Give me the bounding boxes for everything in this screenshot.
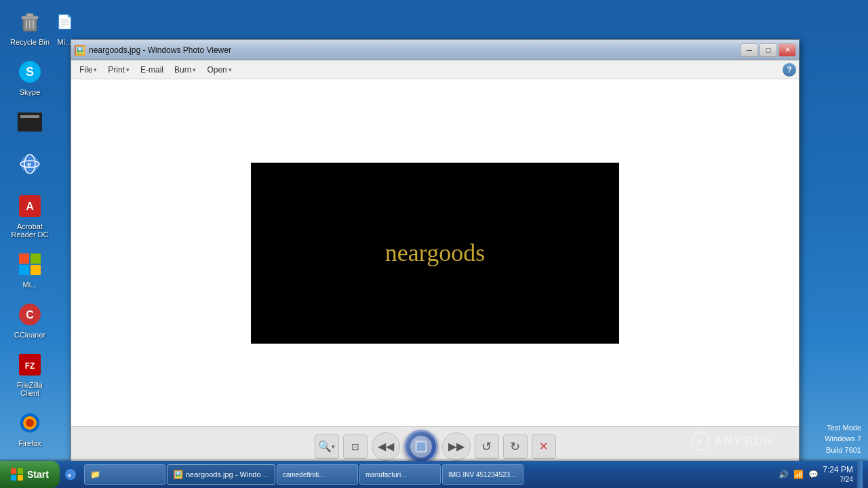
anyrun-text: ANY.RUN xyxy=(714,434,773,449)
desktop-icon-recycle-bin[interactable]: Recycle Bin xyxy=(5,5,54,49)
skype-label: Skype xyxy=(20,88,41,96)
svg-rect-2 xyxy=(26,14,33,17)
filezilla-icon: FZ xyxy=(16,351,43,378)
svg-text:C: C xyxy=(26,309,34,321)
rotate-left-button[interactable]: ↺ xyxy=(475,434,499,459)
controls-bar: 🔍 ▾ ⊡ ◀◀ xyxy=(71,426,799,466)
taskbar-item-explorer[interactable]: 📁 xyxy=(84,464,165,485)
desktop-icon-firefox[interactable]: Firefox xyxy=(5,407,54,450)
taskbar-items: 📁 🖼️ neargoods.jpg - Windows Photo... ca… xyxy=(81,461,772,488)
svg-rect-9 xyxy=(20,115,39,118)
firefox-icon xyxy=(16,409,43,436)
svg-rect-16 xyxy=(19,253,29,264)
camedefiniti-label: camedefiniti... xyxy=(283,471,325,479)
anyrun-logo: ▶ ANY.RUN xyxy=(691,432,773,451)
start-button[interactable]: Start xyxy=(0,461,60,488)
desktop-icons-left: Recycle Bin S Skype xyxy=(0,0,60,488)
taskbar-item-photo-viewer[interactable]: 🖼️ neargoods.jpg - Windows Photo... xyxy=(167,464,275,485)
desktop-icon-microsoft[interactable]: Mi... xyxy=(5,248,54,291)
minimize-button[interactable]: ─ xyxy=(741,43,758,57)
taskbar-item-img-inv[interactable]: IMG INV 451234523... xyxy=(442,464,524,485)
firefox-label: Firefox xyxy=(18,439,41,447)
title-text: neargoods.jpg - Windows Photo Viewer xyxy=(89,45,231,55)
title-icon: 🖼️ xyxy=(74,45,85,56)
rotate-left-icon: ↺ xyxy=(481,439,492,454)
menu-open[interactable]: Open ▾ xyxy=(201,62,237,77)
delete-button[interactable]: ✕ xyxy=(532,434,556,459)
close-button[interactable]: ✕ xyxy=(778,43,796,57)
zoom-icon: 🔍 xyxy=(318,440,332,453)
taskbar: Start e 📁 🖼️ neargoods.jpg - Windows Pho… xyxy=(0,461,868,488)
start-label: Start xyxy=(27,469,49,480)
desktop-icon-skype[interactable]: S Skype xyxy=(5,56,54,99)
taskbar-item-camedefiniti[interactable]: camedefiniti... xyxy=(277,464,358,485)
img-inv-label: IMG INV 451234523... xyxy=(448,471,516,479)
photo-viewer-window: 🖼️ neargoods.jpg - Windows Photo Viewer … xyxy=(71,39,800,466)
fit-button[interactable]: ⊡ xyxy=(343,434,368,459)
rotate-right-icon: ↻ xyxy=(510,439,520,454)
desktop-icon-task3[interactable] xyxy=(5,106,54,141)
menu-print[interactable]: Print ▾ xyxy=(102,62,135,77)
file-arrow: ▾ xyxy=(94,66,97,73)
windows-logo-icon xyxy=(11,468,23,481)
filezilla-label: FileZilla Client xyxy=(8,381,52,397)
svg-text:FZ: FZ xyxy=(25,361,35,371)
photo-text: neargoods xyxy=(385,239,485,267)
clock-date: 7/24 xyxy=(823,475,853,485)
zoom-button[interactable]: 🔍 ▾ xyxy=(315,434,339,459)
svg-text:e: e xyxy=(27,160,31,168)
desktop-icon-ccleaner[interactable]: C CCleaner xyxy=(5,298,54,342)
delete-icon: ✕ xyxy=(539,440,548,453)
viewer-content: neargoods xyxy=(71,79,799,426)
ccleaner-label: CCleaner xyxy=(14,331,45,339)
previous-icon: ◀◀ xyxy=(378,440,394,453)
clock[interactable]: 7:24 PM 7/24 xyxy=(823,464,853,485)
burn-arrow: ▾ xyxy=(193,66,196,73)
rotate-right-button[interactable]: ↻ xyxy=(503,434,528,459)
acrobat-label: Acrobat Reader DC xyxy=(8,222,52,239)
microsoft-icon xyxy=(16,251,43,278)
task3-icon xyxy=(16,108,43,136)
show-desktop-button[interactable] xyxy=(857,461,863,488)
svg-rect-19 xyxy=(31,265,41,275)
menu-burn[interactable]: Burn ▾ xyxy=(169,62,201,77)
previous-button[interactable]: ◀◀ xyxy=(372,432,400,461)
photo-viewer-taskbar-icon: 🖼️ xyxy=(173,470,183,479)
ie-icon: e xyxy=(16,150,43,178)
desktop-icon-acrobat[interactable]: A Acrobat Reader DC xyxy=(5,190,54,241)
test-mode-label: Test Mode xyxy=(825,422,861,434)
maximize-button[interactable]: □ xyxy=(760,43,777,57)
quicklaunch: e xyxy=(60,461,81,488)
slideshow-button[interactable] xyxy=(404,430,438,464)
explorer-icon: 📁 xyxy=(90,470,100,479)
next-icon: ▶▶ xyxy=(448,440,465,453)
network-icon[interactable]: 📶 xyxy=(793,469,804,480)
ie-quicklaunch[interactable]: e xyxy=(62,466,79,483)
svg-rect-32 xyxy=(11,468,16,474)
volume-icon[interactable]: 🔊 xyxy=(778,469,789,480)
skype-icon: S xyxy=(16,58,43,85)
svg-text:A: A xyxy=(26,201,34,212)
taskbar-item-manufacturi[interactable]: manufacturi... xyxy=(359,464,441,485)
menu-email[interactable]: E-mail xyxy=(135,62,169,77)
svg-rect-17 xyxy=(31,253,41,264)
help-button[interactable]: ? xyxy=(783,63,796,77)
desktop: Recycle Bin S Skype xyxy=(0,0,868,488)
menu-file[interactable]: File ▾ xyxy=(74,62,102,77)
test-mode-info: Test Mode Windows 7 Build 7601 xyxy=(825,422,861,456)
svg-rect-31 xyxy=(417,443,425,451)
desktop-icon-filezilla[interactable]: FZ FileZilla Client xyxy=(5,348,54,400)
system-tray: 🔊 📶 💬 7:24 PM 7/24 xyxy=(772,461,868,488)
notification-icon[interactable]: 💬 xyxy=(808,469,818,480)
windows-version: Windows 7 xyxy=(825,433,861,445)
title-bar-buttons: ─ □ ✕ xyxy=(741,43,796,57)
mi-label: Mi... xyxy=(58,38,72,46)
next-button[interactable]: ▶▶ xyxy=(442,432,471,461)
zoom-arrow-icon: ▾ xyxy=(332,443,335,450)
svg-rect-34 xyxy=(11,475,16,481)
svg-rect-33 xyxy=(18,468,23,474)
fit-icon: ⊡ xyxy=(351,441,359,452)
desktop-icon-ie[interactable]: e xyxy=(5,148,54,183)
recycle-bin-icon xyxy=(16,8,43,35)
ie-quicklaunch-icon: e xyxy=(64,468,77,481)
